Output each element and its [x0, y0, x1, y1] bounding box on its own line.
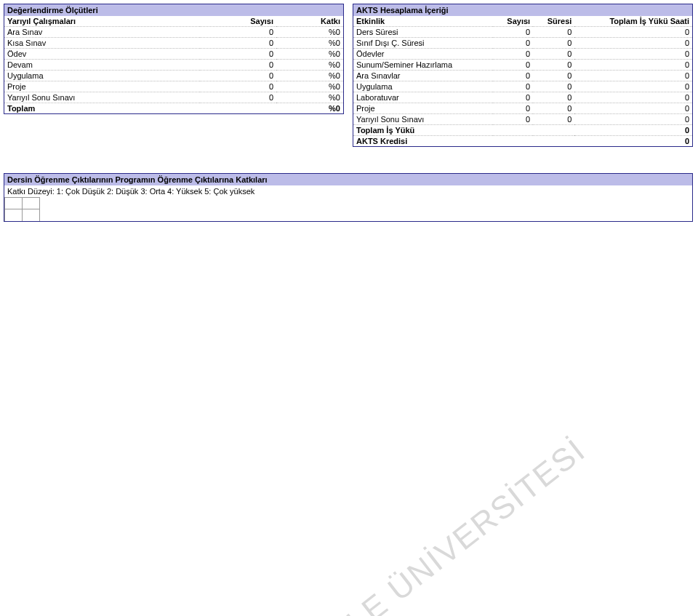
evaluation-panel: Değerlendirme Ölçütleri Yarıyıl Çalışmal… — [4, 4, 344, 114]
watermark-text: DİCLE ÜNİVERSİTESİ — [292, 431, 592, 616]
akts-c: 0 — [574, 71, 692, 81]
eval-pct: %0 — [276, 60, 343, 71]
eval-count: 0 — [200, 81, 276, 92]
eval-count: 0 — [200, 38, 276, 49]
table-row: Ara Sınavlar 0 0 0 — [353, 71, 692, 81]
akts-a: 0 — [493, 49, 533, 60]
akts-col-count: Sayısı — [493, 16, 533, 27]
eval-pct: %0 — [276, 49, 343, 60]
eval-label: Kısa Sınav — [4, 38, 200, 49]
akts-b: 0 — [533, 38, 574, 49]
akts-c: 0 — [574, 103, 692, 114]
eval-col-count: Sayısı — [200, 16, 276, 27]
akts-col-label: Etkinlik — [353, 16, 493, 27]
evaluation-table: Yarıyıl Çalışmaları Sayısı Katkı Ara Sın… — [4, 16, 343, 113]
table-row: Uygulama 0 %0 — [4, 71, 343, 81]
table-row: Devam 0 %0 — [4, 60, 343, 71]
akts-label: Ödevler — [353, 49, 493, 60]
contribution-scale: Katkı Düzeyi: 1: Çok Düşük 2: Düşük 3: O… — [4, 185, 692, 197]
eval-pct: %0 — [276, 81, 343, 92]
contribution-grid — [4, 197, 692, 221]
akts-c: 0 — [574, 114, 692, 125]
akts-header: AKTS Hesaplama İçeriği — [353, 4, 692, 16]
akts-label: Uygulama — [353, 81, 493, 92]
eval-pct: %0 — [276, 27, 343, 38]
akts-b: 0 — [533, 60, 574, 71]
akts-credit-label: AKTS Kredisi — [353, 136, 574, 147]
eval-total-row: Toplam %0 — [4, 103, 343, 114]
table-row: Laboratuvar 0 0 0 — [353, 92, 692, 103]
eval-count: 0 — [200, 27, 276, 38]
grid-cell — [23, 198, 40, 209]
akts-c: 0 — [574, 27, 692, 38]
akts-total-load-value: 0 — [574, 125, 692, 136]
eval-label: Proje — [4, 81, 200, 92]
akts-b: 0 — [533, 49, 574, 60]
eval-count: 0 — [200, 60, 276, 71]
contribution-panel: Dersin Öğrenme Çıktılarının Programın Öğ… — [4, 173, 693, 222]
table-row: Sunum/Seminer Hazırlama 0 0 0 — [353, 60, 692, 71]
akts-credit-row: AKTS Kredisi 0 — [353, 136, 692, 147]
table-row: Proje 0 0 0 — [353, 103, 692, 114]
grid-cell — [5, 209, 23, 221]
akts-label: Yarıyıl Sonu Sınavı — [353, 114, 493, 125]
eval-label: Ödev — [4, 49, 200, 60]
eval-count: 0 — [200, 71, 276, 81]
akts-label: Ders Süresi — [353, 27, 493, 38]
eval-label: Devam — [4, 60, 200, 71]
eval-count: 0 — [200, 92, 276, 103]
akts-a: 0 — [493, 103, 533, 114]
akts-c: 0 — [574, 81, 692, 92]
akts-label: Sınıf Dışı Ç. Süresi — [353, 38, 493, 49]
table-row: Uygulama 0 0 0 — [353, 81, 692, 92]
grid-cell — [5, 198, 23, 209]
eval-label: Uygulama — [4, 71, 200, 81]
akts-b: 0 — [533, 81, 574, 92]
akts-b: 0 — [533, 71, 574, 81]
akts-label: Proje — [353, 103, 493, 114]
akts-c: 0 — [574, 60, 692, 71]
akts-total-load-label: Toplam İş Yükü — [353, 125, 574, 136]
akts-a: 0 — [493, 92, 533, 103]
eval-total-empty — [200, 103, 276, 114]
akts-b: 0 — [533, 92, 574, 103]
akts-b: 0 — [533, 114, 574, 125]
eval-count: 0 — [200, 49, 276, 60]
table-row: Proje 0 %0 — [4, 81, 343, 92]
akts-c: 0 — [574, 38, 692, 49]
eval-col-label: Yarıyıl Çalışmaları — [4, 16, 200, 27]
akts-credit-value: 0 — [574, 136, 692, 147]
akts-c: 0 — [574, 92, 692, 103]
evaluation-header: Değerlendirme Ölçütleri — [4, 4, 343, 16]
akts-panel: AKTS Hesaplama İçeriği Etkinlik Sayısı S… — [353, 4, 693, 147]
akts-table: Etkinlik Sayısı Süresi Toplam İş Yükü Sa… — [353, 16, 692, 146]
akts-total-load-row: Toplam İş Yükü 0 — [353, 125, 692, 136]
top-row: Değerlendirme Ölçütleri Yarıyıl Çalışmal… — [4, 4, 694, 147]
table-row: Ders Süresi 0 0 0 — [353, 27, 692, 38]
akts-b: 0 — [533, 103, 574, 114]
table-row: Ödev 0 %0 — [4, 49, 343, 60]
akts-a: 0 — [493, 38, 533, 49]
akts-label: Laboratuvar — [353, 92, 493, 103]
akts-a: 0 — [493, 27, 533, 38]
eval-pct: %0 — [276, 92, 343, 103]
contribution-header: Dersin Öğrenme Çıktılarının Programın Öğ… — [4, 174, 692, 185]
eval-label: Yarıyıl Sonu Sınavı — [4, 92, 200, 103]
eval-total-pct: %0 — [276, 103, 343, 114]
akts-c: 0 — [574, 49, 692, 60]
grid-cell — [23, 209, 40, 221]
eval-pct: %0 — [276, 71, 343, 81]
akts-a: 0 — [493, 60, 533, 71]
akts-b: 0 — [533, 27, 574, 38]
akts-a: 0 — [493, 81, 533, 92]
table-row: Yarıyıl Sonu Sınavı 0 %0 — [4, 92, 343, 103]
akts-col-total: Toplam İş Yükü Saati — [574, 16, 692, 27]
eval-label: Ara Sınav — [4, 27, 200, 38]
akts-a: 0 — [493, 114, 533, 125]
table-row: Kısa Sınav 0 %0 — [4, 38, 343, 49]
table-row: Yarıyıl Sonu Sınavı 0 0 0 — [353, 114, 692, 125]
akts-label: Ara Sınavlar — [353, 71, 493, 81]
eval-pct: %0 — [276, 38, 343, 49]
akts-a: 0 — [493, 71, 533, 81]
table-row: Ödevler 0 0 0 — [353, 49, 692, 60]
